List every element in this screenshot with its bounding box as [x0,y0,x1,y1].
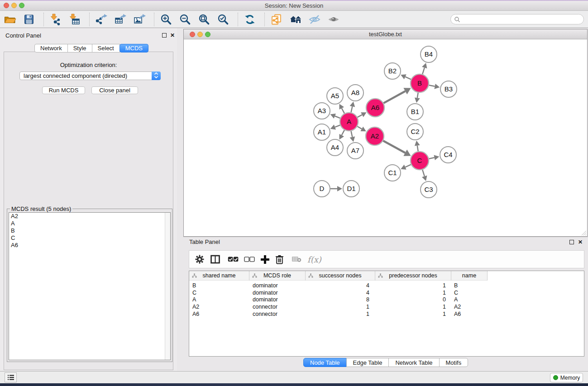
export-image-button[interactable] [133,13,146,26]
function-builder-button: f(x) [307,255,321,264]
edge-A2-C[interactable] [383,141,405,153]
zoom-traffic-light[interactable] [19,3,24,8]
network-zoom-traffic-light[interactable] [205,32,210,37]
delete-column-icon [275,255,284,264]
node-table: shared nameMCDS rolesuccessor nodesprede… [189,271,584,357]
network-close-traffic-light[interactable] [190,32,195,37]
table-row[interactable]: Adominator80A [189,296,584,304]
edge-A-A8[interactable] [351,106,352,112]
edge-B-B3[interactable] [429,85,435,86]
edge-A-A5[interactable] [342,108,344,113]
open-session-button[interactable] [4,13,16,26]
zoom-in-button[interactable] [160,13,172,26]
table-float-panel-icon[interactable] [569,240,574,244]
column-selector-button[interactable] [210,255,220,264]
table-row[interactable]: A6connector11A6 [189,311,584,318]
edge-B-B1[interactable] [417,93,418,98]
edge-C-C3[interactable] [422,170,424,176]
cell-predecessor-nodes: 1 [375,311,451,318]
mcds-result-item[interactable]: C [9,234,170,242]
tab-network-table[interactable]: Network Table [388,358,439,367]
add-column-button[interactable] [260,255,270,264]
hide-selected-icon [308,13,321,26]
table-row[interactable]: Bdominator41B [189,282,584,290]
column-header-MCDS-role[interactable]: MCDS role [249,271,306,281]
tab-motifs[interactable]: Motifs [439,358,468,367]
zoom-fit-icon [198,13,210,26]
mcds-result-item[interactable]: A [9,220,170,227]
search-input[interactable] [450,14,584,24]
close-panel-icon[interactable]: ✕ [170,33,175,38]
tab-style[interactable]: Style [67,44,92,52]
criterion-dropdown[interactable]: largest connected component (directed) [19,71,161,80]
column-header-name[interactable]: name [451,271,488,281]
close-panel-button[interactable]: Close panel [91,86,138,94]
mcds-result-item[interactable]: A6 [9,242,170,249]
tab-edge-table[interactable]: Edge Table [346,358,389,367]
tab-node-table[interactable]: Node Table [303,358,347,367]
network-minimize-traffic-light[interactable] [197,32,203,37]
zoom-fit-button[interactable] [198,13,210,26]
window-resize-grip[interactable] [580,229,587,236]
table-close-panel-icon[interactable]: ✕ [578,240,583,245]
import-table-button[interactable] [68,13,81,26]
edge-C-C4[interactable] [429,157,435,158]
toolbar-separator [154,13,154,26]
edge-B-B2[interactable] [405,77,411,80]
network-window-titlebar[interactable]: testGlobe.txt [184,29,587,39]
refresh-network-button[interactable] [244,13,256,26]
table-row[interactable]: A2connector11A2 [189,304,584,311]
zoom-selected-button[interactable] [217,13,229,26]
minimize-traffic-light[interactable] [11,3,17,8]
network-graph-canvas[interactable]: AA6A2BCA5A8A3A1A4A7B4B2B3B1C2C4C1C3DD1 [184,39,587,236]
edge-A-A3[interactable] [335,116,340,119]
run-mcds-button[interactable]: Run MCDS [42,86,85,94]
show-all-button[interactable] [327,13,340,26]
delete-column-button[interactable] [275,255,284,264]
save-session-button[interactable] [23,13,35,26]
column-selector-icon [210,255,220,264]
edge-A-A6[interactable] [358,115,362,118]
show-all-icon [327,13,340,26]
edge-A-A2[interactable] [357,126,362,129]
import-network-button[interactable] [49,13,62,26]
deselect-all-checks-icon [244,257,255,262]
duplicate-network-button[interactable] [270,13,283,26]
app-titlebar[interactable]: Session: New Session [0,1,588,11]
mcds-list-scrollbar[interactable] [165,213,170,360]
edge-A6-B[interactable] [383,91,405,103]
close-traffic-light[interactable] [4,3,9,8]
export-network-button[interactable] [95,13,108,26]
deselect-all-checks-button[interactable] [244,257,255,262]
memory-button[interactable]: Memory [550,373,583,382]
save-session-icon [23,13,35,26]
edge-A-A7[interactable] [351,131,352,137]
edge-A-A4[interactable] [342,130,344,135]
node-label-A5: A5 [331,92,339,100]
edge-C-C1[interactable] [405,165,411,167]
mcds-result-item[interactable]: B [9,227,170,234]
edge-A-A1[interactable] [335,125,340,127]
float-panel-icon[interactable] [162,33,167,38]
column-header-predecessor-nodes[interactable]: predecessor nodes [375,271,451,281]
edge-B-B4[interactable] [422,68,424,74]
cell-predecessor-nodes: 1 [375,282,451,290]
show-panels-button[interactable] [5,372,17,382]
tab-network[interactable]: Network [34,44,68,52]
hide-selected-button[interactable] [308,13,321,26]
column-header-shared-name[interactable]: shared name [189,271,249,281]
zoom-out-button[interactable] [179,13,191,26]
home-view-button[interactable] [289,13,302,26]
desktop-background [0,383,588,386]
import-table-icon [68,13,81,26]
table-row[interactable]: Cdominator41C [189,290,584,297]
tab-select[interactable]: Select [92,44,120,52]
select-all-checks-button[interactable] [228,256,239,262]
mcds-result-list[interactable]: A2ABCA6 [9,212,171,360]
edge-C-C2[interactable] [417,146,418,152]
attributes-gear-button[interactable] [195,255,204,264]
mcds-result-item[interactable]: A2 [9,213,170,220]
tab-mcds[interactable]: MCDS [120,44,148,52]
export-table-button[interactable] [114,13,127,26]
column-header-successor-nodes[interactable]: successor nodes [306,271,375,281]
